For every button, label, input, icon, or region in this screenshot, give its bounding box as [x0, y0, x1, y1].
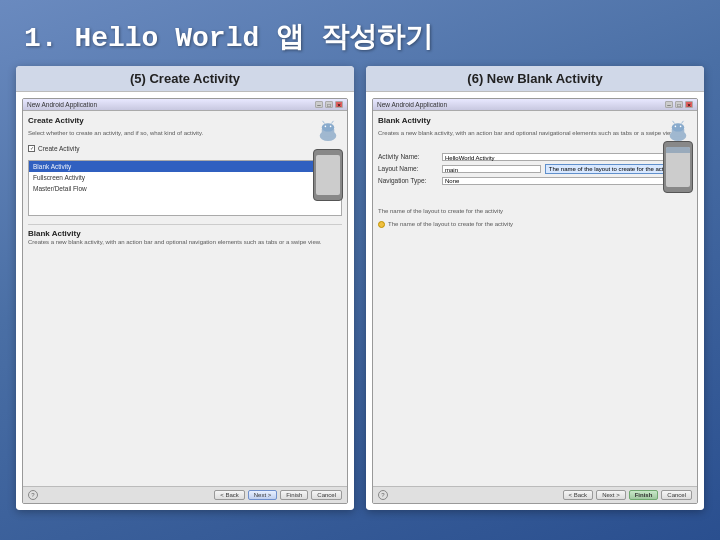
phone-mockup-right	[663, 141, 693, 193]
page-title: 1. Hello World 앱 작성하기	[24, 18, 696, 56]
right-next-button[interactable]: Next >	[596, 490, 626, 500]
restore-btn[interactable]: □	[325, 101, 333, 108]
panels-container: (5) Create Activity New Android Applicat…	[0, 66, 720, 526]
close-btn[interactable]: ✕	[335, 101, 343, 108]
left-app-window: New Android Application ─ □ ✕	[22, 98, 348, 504]
svg-point-9	[672, 123, 684, 131]
left-panel-content: New Android Application ─ □ ✕	[16, 92, 354, 510]
svg-point-10	[675, 126, 677, 128]
help-icon-right[interactable]: ?	[378, 490, 388, 500]
layout-name-input[interactable]: main	[442, 165, 541, 173]
layout-name-label: Layout Name:	[378, 165, 438, 172]
right-titlebar: New Android Application ─ □ ✕	[373, 99, 697, 111]
footer-note-text: The name of the layout to create for the…	[388, 221, 513, 227]
right-footer-buttons: < Back Next > Finish Cancel	[563, 490, 692, 500]
svg-point-3	[325, 126, 327, 128]
right-footer-help: ?	[378, 490, 388, 500]
svg-point-2	[322, 123, 334, 131]
warning-icon	[378, 221, 385, 228]
form-footer-note: The name of the layout to create for the…	[378, 208, 692, 214]
create-activity-checkbox-row[interactable]: Create Activity	[28, 145, 342, 152]
nav-type-row: Navigation Type: None ▼	[378, 177, 692, 185]
right-app-footer: ? < Back Next > Finish Cancel	[373, 486, 697, 503]
activity-name-row: Activity Name: HelloWorld Activity	[378, 153, 692, 161]
left-panel: (5) Create Activity New Android Applicat…	[16, 66, 354, 510]
right-panel: (6) New Blank Activity New Android Appli…	[366, 66, 704, 510]
left-cancel-button[interactable]: Cancel	[311, 490, 342, 500]
close-btn-r[interactable]: ✕	[685, 101, 693, 108]
blank-activity-section: Blank Activity Creates a new blank activ…	[28, 224, 342, 250]
nav-type-value: None	[445, 178, 459, 184]
left-footer-help: ?	[28, 490, 38, 500]
right-panel-content: New Android Application ─ □ ✕	[366, 92, 704, 510]
left-section-title: Create Activity	[28, 116, 342, 125]
minimize-btn-r[interactable]: ─	[665, 101, 673, 108]
right-titlebar-buttons: ─ □ ✕	[665, 101, 693, 108]
left-titlebar: New Android Application ─ □ ✕	[23, 99, 347, 111]
svg-line-5	[323, 121, 325, 123]
nav-type-select[interactable]: None ▼	[442, 177, 692, 185]
list-item-fullscreen[interactable]: Fullscreen Activity	[29, 172, 341, 183]
svg-line-13	[682, 121, 684, 123]
right-app-window: New Android Application ─ □ ✕	[372, 98, 698, 504]
create-activity-label: Create Activity	[38, 145, 80, 152]
create-activity-checkbox[interactable]	[28, 145, 35, 152]
right-section-desc: Creates a new blank activity, with an ac…	[378, 130, 692, 138]
nav-type-label: Navigation Type:	[378, 177, 438, 184]
list-item-blank[interactable]: Blank Activity	[29, 161, 341, 172]
left-titlebar-buttons: ─ □ ✕	[315, 101, 343, 108]
activity-name-label: Activity Name:	[378, 153, 438, 160]
list-item-master-detail[interactable]: Master/Detail Flow	[29, 183, 341, 194]
left-app-body: Create Activity Select whether to create…	[23, 111, 347, 486]
right-back-button[interactable]: < Back	[563, 490, 594, 500]
left-footer-buttons: < Back Next > Finish Cancel	[214, 490, 342, 500]
layout-name-row: Layout Name: main The name of the layout…	[378, 164, 692, 174]
svg-line-12	[673, 121, 675, 123]
left-next-button[interactable]: Next >	[248, 490, 278, 500]
minimize-btn[interactable]: ─	[315, 101, 323, 108]
right-cancel-button[interactable]: Cancel	[661, 490, 692, 500]
blank-activity-desc: Creates a new blank activity, with an ac…	[28, 239, 342, 247]
android-icon-right	[667, 116, 689, 142]
form-fields: Activity Name: HelloWorld Activity Layou…	[378, 153, 692, 188]
blank-activity-title: Blank Activity	[28, 229, 342, 238]
phone-mockup-left	[313, 149, 343, 201]
help-icon-left[interactable]: ?	[28, 490, 38, 500]
left-back-button[interactable]: < Back	[214, 490, 245, 500]
left-finish-button[interactable]: Finish	[280, 490, 308, 500]
svg-point-4	[330, 126, 332, 128]
left-app-footer: ? < Back Next > Finish Cancel	[23, 486, 347, 503]
left-window-title: New Android Application	[27, 101, 97, 108]
left-section-desc: Select whether to create an activity, an…	[28, 130, 342, 138]
right-section-title: Blank Activity	[378, 116, 692, 125]
svg-line-6	[332, 121, 334, 123]
right-window-title: New Android Application	[377, 101, 447, 108]
footer-note-row: The name of the layout to create for the…	[378, 221, 692, 228]
right-app-body: Blank Activity Creates a new blank activ…	[373, 111, 697, 486]
activity-type-list[interactable]: Blank Activity Fullscreen Activity Maste…	[28, 160, 342, 216]
activity-name-input[interactable]: HelloWorld Activity	[442, 153, 692, 161]
right-finish-button[interactable]: Finish	[629, 490, 659, 500]
svg-point-11	[680, 126, 682, 128]
android-icon-left	[317, 116, 339, 142]
left-panel-label: (5) Create Activity	[16, 66, 354, 92]
page-header: 1. Hello World 앱 작성하기	[0, 0, 720, 66]
restore-btn-r[interactable]: □	[675, 101, 683, 108]
right-panel-label: (6) New Blank Activity	[366, 66, 704, 92]
